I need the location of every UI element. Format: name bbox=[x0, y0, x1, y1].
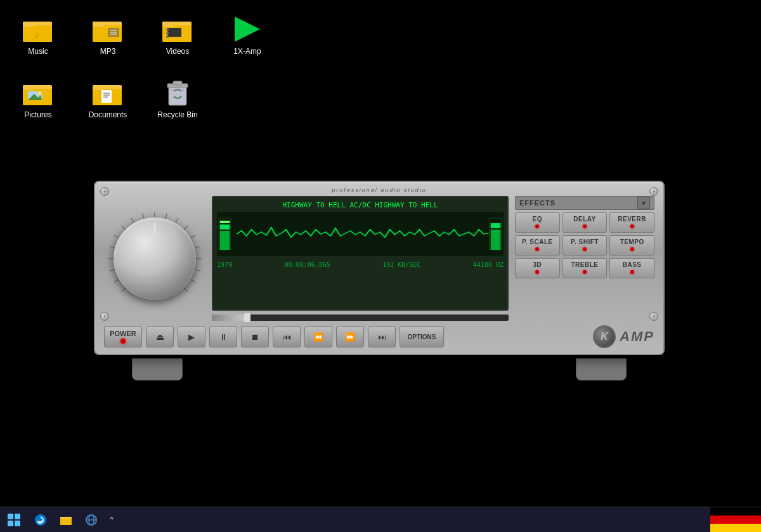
stop-button[interactable]: ⏹ bbox=[241, 326, 269, 347]
svg-point-24 bbox=[37, 91, 41, 95]
effect-led-tempo bbox=[630, 247, 634, 251]
effect-btn-bass[interactable]: BASS bbox=[609, 258, 654, 278]
svg-rect-59 bbox=[220, 231, 230, 250]
eject-button[interactable]: ⏏ bbox=[146, 326, 174, 347]
track-info: HIGHWAY TO HELL AC/DC HIGHWAY TO HELL bbox=[217, 201, 504, 209]
screw-bottom-right bbox=[649, 312, 658, 321]
effect-btn-tempo[interactable]: TEMPO bbox=[609, 235, 654, 256]
effect-label-eq: EQ bbox=[533, 216, 542, 223]
svg-line-42 bbox=[110, 246, 115, 247]
volume-knob[interactable] bbox=[114, 217, 196, 300]
effect-btn-reverb[interactable]: REVERB bbox=[609, 212, 654, 233]
svg-rect-61 bbox=[220, 221, 230, 223]
taskbar-file-explorer-icon[interactable] bbox=[53, 507, 79, 533]
effect-led-3d bbox=[535, 270, 539, 274]
svg-line-43 bbox=[114, 235, 119, 238]
flag-stripe-gold bbox=[710, 524, 761, 532]
desktop: ♪ Music MP3 bbox=[0, 0, 761, 507]
start-button[interactable] bbox=[0, 507, 28, 533]
power-button[interactable]: POWER bbox=[104, 326, 142, 347]
1xamp-app-icon bbox=[232, 14, 263, 44]
play-button[interactable]: ▶ bbox=[178, 326, 205, 347]
effect-label-pscale: P. SCALE bbox=[522, 238, 553, 245]
effect-btn-treble[interactable]: TREBLE bbox=[563, 258, 608, 278]
svg-line-40 bbox=[110, 269, 115, 271]
effect-led-delay bbox=[583, 224, 587, 228]
progress-bar-fill bbox=[212, 315, 247, 321]
effect-led-pscale bbox=[535, 247, 539, 251]
effects-dropdown-btn[interactable]: ▼ bbox=[637, 197, 650, 209]
svg-rect-72 bbox=[60, 517, 65, 519]
effects-buttons: EQ DELAY REVERB bbox=[515, 212, 654, 278]
prev-track-icon: ⏮ bbox=[283, 332, 291, 342]
prev-track-button[interactable]: ⏮ bbox=[273, 326, 301, 347]
effect-label-3d: 3D bbox=[533, 261, 542, 268]
effect-btn-eq[interactable]: EQ bbox=[515, 212, 560, 233]
display-bottom-info: 1979 00:00:06.865 192 KB/SEC 44100 HZ bbox=[217, 261, 504, 268]
track-samplerate: 44100 HZ bbox=[473, 261, 504, 268]
next-track-button[interactable]: ⏭ bbox=[368, 326, 396, 347]
fast-forward-button[interactable]: ⏩ bbox=[336, 326, 364, 347]
desktop-icon-mp3[interactable]: MP3 bbox=[76, 6, 140, 63]
videos-folder-icon bbox=[162, 14, 193, 44]
rewind-button[interactable]: ⏪ bbox=[304, 326, 332, 347]
svg-rect-57 bbox=[217, 212, 504, 256]
track-year: 1979 bbox=[217, 261, 232, 268]
desktop-icon-1xamp[interactable]: 1X-Amp bbox=[216, 6, 279, 63]
effect-btn-3d[interactable]: 3D bbox=[515, 258, 560, 278]
svg-line-54 bbox=[195, 269, 200, 271]
screw-top-right bbox=[649, 187, 658, 196]
svg-rect-67 bbox=[8, 521, 13, 526]
eject-icon: ⏏ bbox=[156, 332, 164, 342]
svg-rect-68 bbox=[15, 521, 20, 526]
flag-stripe-red bbox=[710, 516, 761, 524]
svg-point-69 bbox=[35, 514, 46, 526]
svg-line-52 bbox=[195, 246, 200, 247]
taskbar: ^ bbox=[0, 507, 761, 532]
svg-line-48 bbox=[166, 213, 167, 218]
taskbar-right bbox=[710, 507, 761, 533]
power-led bbox=[120, 339, 126, 344]
desktop-icon-pictures[interactable]: Pictures bbox=[6, 70, 70, 127]
taskbar-edge-icon[interactable] bbox=[28, 507, 53, 533]
music-icon-label: Music bbox=[28, 47, 48, 56]
power-label: POWER bbox=[110, 330, 136, 337]
player-brand-label: professional audio studio bbox=[104, 187, 654, 193]
audio-player: professional audio studio bbox=[94, 181, 665, 355]
effect-led-pshift bbox=[583, 247, 587, 251]
amp-logo-circle: K bbox=[593, 325, 616, 348]
desktop-icon-videos[interactable]: Videos bbox=[146, 6, 209, 63]
options-button[interactable]: OPTIONS bbox=[400, 326, 444, 347]
svg-line-45 bbox=[131, 217, 134, 222]
effects-panel: EFFECTS ▼ EQ DELAY bbox=[515, 196, 654, 321]
desktop-icon-recycle-bin[interactable]: Recycle Bin bbox=[146, 70, 209, 127]
effect-led-eq bbox=[535, 224, 539, 228]
effect-btn-pscale[interactable]: P. SCALE bbox=[515, 235, 560, 256]
effect-led-treble bbox=[583, 270, 587, 274]
progress-handle[interactable] bbox=[244, 313, 250, 322]
svg-rect-21 bbox=[23, 85, 34, 90]
effect-btn-pshift[interactable]: P. SHIFT bbox=[563, 235, 608, 256]
svg-rect-66 bbox=[15, 514, 20, 519]
videos-icon-label: Videos bbox=[166, 47, 189, 56]
next-track-icon: ⏭ bbox=[378, 332, 386, 342]
desktop-icon-music[interactable]: ♪ Music bbox=[6, 6, 70, 63]
windows-logo-icon bbox=[6, 512, 22, 528]
taskbar-network-icon[interactable] bbox=[79, 507, 104, 533]
svg-rect-60 bbox=[220, 224, 230, 230]
svg-text:♪: ♪ bbox=[34, 29, 39, 40]
recycle-bin-icon-label: Recycle Bin bbox=[157, 110, 197, 119]
player-foot-left bbox=[132, 358, 183, 380]
effect-btn-delay[interactable]: DELAY bbox=[563, 212, 608, 233]
amp-logo-k: K bbox=[601, 331, 608, 342]
progress-bar[interactable] bbox=[212, 315, 509, 321]
pause-button[interactable]: ⏸ bbox=[209, 326, 237, 347]
svg-rect-17 bbox=[166, 36, 169, 38]
amp-logo: K AMP bbox=[593, 325, 654, 348]
waveform-display bbox=[217, 212, 504, 256]
svg-rect-65 bbox=[8, 514, 13, 519]
taskbar-chevron[interactable]: ^ bbox=[104, 507, 119, 533]
svg-rect-15 bbox=[166, 29, 169, 30]
screw-bottom-left bbox=[100, 312, 109, 321]
desktop-icon-documents[interactable]: Documents bbox=[76, 70, 140, 127]
